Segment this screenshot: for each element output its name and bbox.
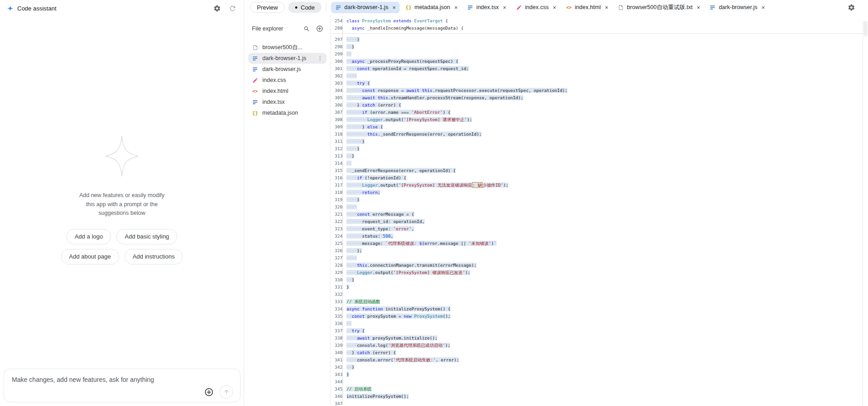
line-number: 327: [331, 254, 342, 262]
preview-button[interactable]: Preview: [250, 2, 285, 13]
line-number: 337: [331, 327, 342, 335]
code-line: 305······await this.streamHandler.proces…: [331, 94, 868, 102]
file-row[interactable]: dark-browser.js: [248, 64, 326, 75]
line-number: 302: [331, 72, 342, 80]
code-line: 304······const response = await this.req…: [331, 87, 868, 94]
file-explorer-title: File explorer: [252, 25, 283, 32]
code-line: 302····: [331, 72, 868, 80]
code-line: 334async function initializeProxySystem(…: [331, 305, 868, 313]
file-row[interactable]: <>index.html: [248, 86, 326, 96]
tab-label: browser500自动重试版.txt: [627, 4, 692, 11]
code-line: 341····console.error('代理系统启动失败:', error)…: [331, 356, 868, 364]
code-line: 301····const operationId = requestSpec.r…: [331, 65, 868, 72]
gear-icon[interactable]: [213, 4, 221, 12]
line-number: 347: [331, 400, 342, 406]
file-row[interactable]: {}metadata.json: [248, 107, 326, 118]
code-button[interactable]: Code: [288, 2, 321, 13]
line-number: 308: [331, 116, 342, 123]
code-line: 254class ProxySystem extends EventTarget…: [331, 17, 863, 25]
code-line: 345// 启动系统: [331, 386, 868, 393]
line-number: 326: [331, 247, 342, 254]
add-file-icon[interactable]: [316, 25, 324, 33]
suggestion-button[interactable]: Add basic styling: [116, 229, 177, 244]
code-line: 315··_sendErrorResponse(error, operation…: [331, 167, 868, 174]
tab-close-icon[interactable]: ×: [391, 4, 396, 11]
html-file-icon: <>: [566, 4, 572, 10]
code-line: 329····Logger.output('[ProxySystem] 错误响应…: [331, 269, 868, 276]
refresh-icon[interactable]: [228, 4, 236, 12]
txt-file-icon: [252, 44, 258, 51]
tab-close-icon[interactable]: ×: [760, 4, 765, 11]
editor-settings-gear-icon[interactable]: [847, 3, 855, 11]
tab-index.tsx[interactable]: index.tsx×: [463, 2, 511, 13]
code-line: 333// 系统启动函数: [331, 298, 868, 305]
tab-metadata.json[interactable]: {}metadata.json×: [401, 2, 462, 13]
js-file-icon: [252, 55, 258, 61]
css-file-icon: [252, 77, 258, 83]
scrollbar-thumb[interactable]: [863, 21, 868, 36]
editor-scrollbar[interactable]: [863, 20, 868, 406]
code-line: 342··}: [331, 364, 868, 371]
line-number: 307: [331, 109, 342, 116]
line-number: 311: [331, 138, 342, 145]
line-number: 300: [331, 58, 342, 65]
code-line: 327····: [331, 254, 868, 262]
search-icon[interactable]: [302, 25, 311, 33]
file-name: index.css: [262, 77, 286, 83]
line-number: 342: [331, 364, 342, 371]
js-file-icon: [252, 99, 258, 105]
tab-dark-browser.js[interactable]: dark-browser.js×: [706, 2, 769, 13]
arrow-up-icon: [223, 389, 230, 395]
tab-close-icon[interactable]: ×: [453, 4, 458, 11]
code-line: 344: [331, 378, 868, 386]
code-line: 303····try {: [331, 80, 868, 87]
chat-panel: Code assistant Add new features or easil…: [0, 0, 244, 406]
tab-index.html[interactable]: <>index.html×: [562, 2, 612, 13]
send-button[interactable]: [220, 385, 233, 399]
line-number: 310: [331, 131, 342, 138]
chat-header: Code assistant: [0, 0, 244, 16]
file-row[interactable]: index.css: [248, 75, 326, 86]
plus-circle-icon[interactable]: [204, 387, 214, 397]
kebab-menu-icon[interactable]: ⋮: [317, 55, 323, 61]
line-number: 338: [331, 335, 342, 342]
code-line: 297····}: [331, 36, 868, 43]
code-line: 346initializeProxySystem();: [331, 393, 868, 400]
prompt-placeholder: Make changes, add new features, ask for …: [12, 376, 154, 383]
code-line: 322······request_id: operationId,: [331, 218, 868, 225]
code-line: 340··} catch (error) {: [331, 349, 868, 356]
js-file-icon: [710, 4, 716, 10]
tab-close-icon[interactable]: ×: [502, 4, 507, 11]
line-number: 335: [331, 313, 342, 320]
line-number: 336: [331, 320, 342, 327]
suggestion-button[interactable]: Add about page: [61, 249, 119, 264]
tab-strip: dark-browser-1.js×{}metadata.json×index.…: [331, 2, 769, 13]
file-row[interactable]: browser500自...: [248, 42, 326, 53]
json-file-icon: {}: [252, 110, 258, 116]
tab-index.css[interactable]: index.css×: [512, 2, 561, 13]
file-row[interactable]: dark-browser-1.js⋮: [248, 53, 326, 64]
code-line: 330··}: [331, 276, 868, 284]
active-dot: [295, 6, 297, 9]
css-file-icon: [516, 4, 522, 10]
line-number: 328: [331, 262, 342, 269]
tab-label: index.css: [525, 4, 549, 10]
suggestion-button[interactable]: Add instructions: [125, 249, 183, 264]
line-number: 323: [331, 225, 342, 233]
tab-close-icon[interactable]: ×: [552, 4, 557, 11]
line-number: 320: [331, 203, 342, 211]
suggestion-button[interactable]: Add a logo: [66, 229, 111, 244]
tab-dark-browser-1.js[interactable]: dark-browser-1.js×: [331, 2, 400, 13]
line-number: 331: [331, 284, 342, 291]
code-line: 320····: [331, 203, 868, 211]
code-editor[interactable]: 254class ProxySystem extends EventTarget…: [331, 15, 868, 406]
code-line: 337··try {: [331, 327, 868, 335]
code-line: 298··}: [331, 43, 868, 51]
line-number: 321: [331, 211, 342, 218]
tab-browser500自动重试版.txt[interactable]: browser500自动重试版.txt×: [614, 2, 704, 13]
file-row[interactable]: index.tsx: [248, 96, 326, 107]
topbar: Preview Code dark-browser-1.js×{}metadat…: [245, 0, 868, 15]
tab-close-icon[interactable]: ×: [695, 4, 700, 11]
tab-close-icon[interactable]: ×: [603, 4, 608, 11]
prompt-input[interactable]: Make changes, add new features, ask for …: [4, 369, 241, 402]
